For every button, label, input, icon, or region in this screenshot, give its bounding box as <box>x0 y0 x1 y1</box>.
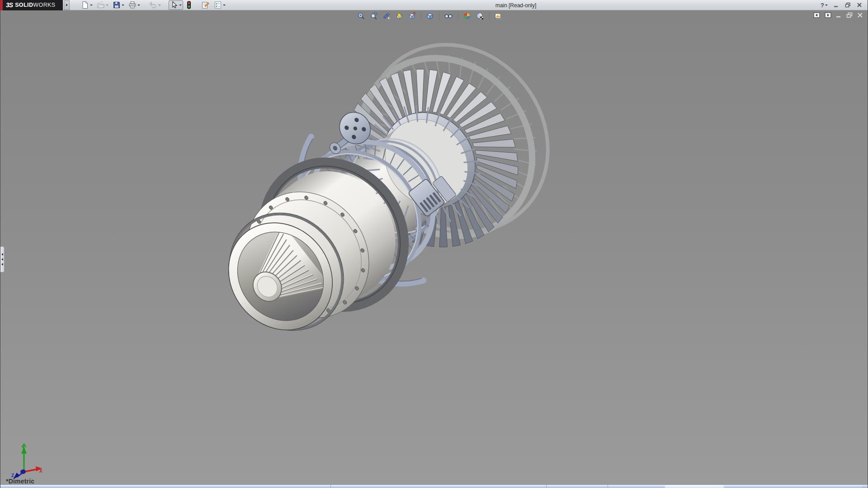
restore-icon <box>845 2 851 8</box>
undo-icon <box>149 1 157 9</box>
chevron-left-icon <box>1 253 3 256</box>
statusbar-separator <box>330 485 331 488</box>
model-viewport[interactable]: X Z Y *Dimetric <box>0 10 868 484</box>
zoom-to-area-button[interactable] <box>369 11 379 21</box>
toolbar-separator <box>458 12 458 20</box>
hide-show-items-button[interactable] <box>443 11 454 21</box>
chevron-left-icon <box>1 258 3 261</box>
restore-icon <box>846 12 853 18</box>
app-close-button[interactable] <box>857 2 862 8</box>
resize-grip-icon[interactable] <box>862 486 867 488</box>
view-settings-button[interactable] <box>494 11 504 21</box>
chevron-left-icon <box>1 263 3 266</box>
window-title: main [Read-only] <box>495 2 537 9</box>
minimize-icon <box>836 12 842 18</box>
close-icon <box>857 12 863 18</box>
pane-right-icon <box>825 12 831 18</box>
previous-view-icon <box>383 12 391 20</box>
zoom-to-fit-icon <box>358 12 365 20</box>
comment-edit-icon <box>201 1 210 9</box>
select-tool-button[interactable] <box>169 0 183 10</box>
select-cursor-icon <box>170 1 178 9</box>
open-document-icon <box>97 1 105 9</box>
design-checker-icon <box>214 1 222 9</box>
traffic-light-button[interactable] <box>184 0 193 10</box>
appearance-ball-icon <box>463 12 471 20</box>
edit-appearance-button[interactable] <box>462 11 472 21</box>
display-style-icon <box>426 12 434 20</box>
pane-left-icon <box>813 12 820 18</box>
new-document-icon <box>81 1 89 9</box>
status-bar-sliver <box>0 484 868 488</box>
dropdown-arrow-icon[interactable] <box>137 5 140 6</box>
print-icon <box>128 1 137 9</box>
close-icon <box>857 2 862 8</box>
featuremanager-collapsed-tab[interactable] <box>0 246 5 272</box>
reference-triad: X Z Y <box>8 443 43 481</box>
solidworks-window: 3S SOLIDWORKS <box>0 0 868 488</box>
document-window-controls <box>813 12 863 18</box>
toolbar-separator <box>439 12 439 20</box>
view-orientation-label: *Dimetric <box>6 478 34 485</box>
jet-engine-model <box>182 10 585 384</box>
toolbar-separator <box>489 12 490 20</box>
zoom-to-fit-button[interactable] <box>357 11 366 21</box>
save-button[interactable] <box>111 0 126 10</box>
chevron-right-icon <box>66 4 68 6</box>
view-settings-icon <box>495 12 503 20</box>
dropdown-arrow-icon[interactable] <box>179 5 182 6</box>
menu-expand-button[interactable] <box>64 0 70 10</box>
doc-restore-button[interactable] <box>846 12 853 18</box>
zoom-to-area-icon <box>370 12 378 20</box>
app-restore-button[interactable] <box>845 2 851 8</box>
view-orientation-button[interactable] <box>407 11 417 21</box>
statusbar-separator <box>608 485 608 488</box>
display-style-button[interactable] <box>425 11 435 21</box>
dropdown-arrow-icon[interactable] <box>158 5 161 6</box>
previous-view-button[interactable] <box>382 11 392 21</box>
comment-button[interactable] <box>200 0 211 10</box>
design-checker-button[interactable] <box>212 0 227 10</box>
logo-red-bar <box>0 0 3 10</box>
dropdown-arrow-icon[interactable] <box>825 5 828 6</box>
eyeglasses-icon <box>444 12 453 20</box>
app-minimize-button[interactable] <box>834 2 839 8</box>
pane-toggle-left-button[interactable] <box>813 12 820 18</box>
open-document-button[interactable] <box>95 0 110 10</box>
new-document-button[interactable] <box>80 0 94 10</box>
apply-scene-button[interactable] <box>475 11 485 21</box>
minimize-icon <box>834 2 839 8</box>
toolbar-separator <box>421 12 421 20</box>
triad-x-label: X <box>39 469 42 474</box>
app-window-controls: ? <box>821 2 868 9</box>
dropdown-arrow-icon[interactable] <box>223 5 226 6</box>
doc-close-button[interactable] <box>857 12 863 18</box>
traffic-light-icon <box>186 1 192 9</box>
jet-engine-model-canvas[interactable] <box>0 10 868 484</box>
view-orientation-icon <box>408 12 416 20</box>
statusbar-separator <box>546 485 547 488</box>
solidworks-logo: 3S SOLIDWORKS <box>0 0 63 10</box>
section-view-button[interactable] <box>395 11 404 21</box>
headsup-view-toolbar <box>357 11 504 21</box>
doc-minimize-button[interactable] <box>836 12 842 18</box>
dropdown-arrow-icon[interactable] <box>122 5 124 6</box>
standard-toolbar <box>80 0 227 10</box>
triad-y-label: Y <box>22 445 25 450</box>
help-button[interactable]: ? <box>821 2 828 9</box>
titlebar: 3S SOLIDWORKS <box>0 0 868 10</box>
section-view-icon <box>396 12 403 20</box>
dropdown-arrow-icon[interactable] <box>90 5 93 6</box>
apply-scene-icon <box>476 12 484 20</box>
brand-name-bold: SOLID <box>15 2 33 8</box>
dassault-logo-mark-icon: 3S <box>6 1 13 9</box>
statusbar-segment <box>665 485 724 488</box>
print-button[interactable] <box>127 0 142 10</box>
dropdown-arrow-icon[interactable] <box>106 5 108 6</box>
brand-name-light: WORKS <box>33 2 55 8</box>
pane-toggle-right-button[interactable] <box>825 12 831 18</box>
save-icon <box>113 1 121 9</box>
undo-button[interactable] <box>148 0 162 10</box>
